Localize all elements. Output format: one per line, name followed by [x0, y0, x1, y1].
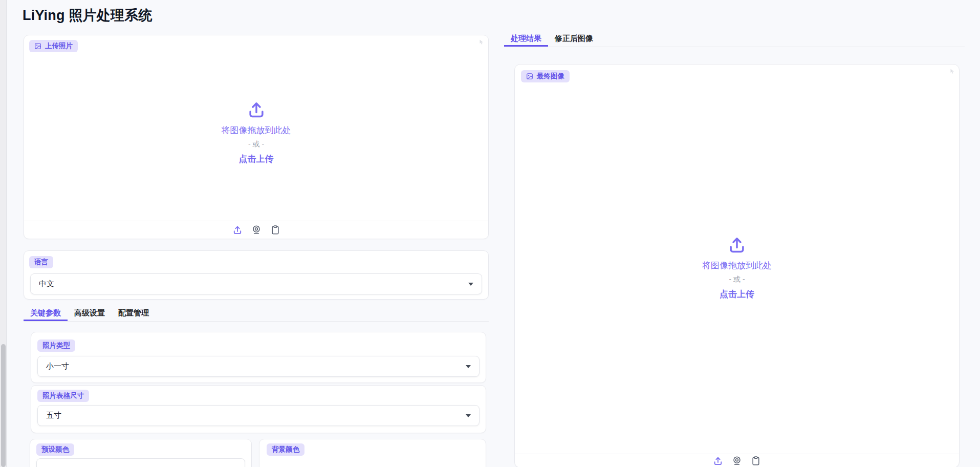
photo-type-card: 照片类型 小一寸: [31, 332, 486, 383]
upload-icon: [515, 235, 959, 257]
photo-type-value: 小一寸: [46, 362, 69, 371]
upload-dropzone[interactable]: 将图像拖放到此处 - 或 - 点击上传: [24, 100, 488, 165]
preset-color-label: 预设颜色: [41, 446, 69, 453]
language-label: 语言: [34, 259, 48, 266]
vertical-scrollbar[interactable]: [0, 0, 7, 467]
background-color-label: 背景颜色: [272, 446, 299, 453]
page-title: LiYing 照片处理系统: [23, 6, 153, 25]
photo-type-label-badge: 照片类型: [37, 339, 75, 352]
language-label-badge: 语言: [29, 256, 53, 268]
upload-icon: [232, 225, 243, 235]
image-source-toolbar: [24, 221, 488, 239]
click-to-upload-link[interactable]: 点击上传: [24, 153, 488, 165]
webcam-icon: [251, 225, 262, 235]
image-icon: [526, 73, 533, 80]
preset-color-input[interactable]: [36, 458, 245, 467]
webcam-source-button[interactable]: [732, 456, 742, 466]
language-value: 中文: [39, 279, 54, 289]
upload-source-button[interactable]: [232, 225, 243, 235]
final-image-label: 最终图像: [537, 73, 564, 80]
clipboard-source-button[interactable]: [751, 456, 761, 466]
or-text: - 或 -: [515, 275, 959, 284]
result-dropzone[interactable]: 将图像拖放到此处 - 或 - 点击上传: [515, 235, 959, 300]
clipboard-source-button[interactable]: [270, 225, 280, 235]
fullscreen-icon[interactable]: [949, 67, 955, 73]
tab-processing-result[interactable]: 处理结果: [504, 32, 548, 47]
tab-key-parameters[interactable]: 关键参数: [24, 306, 68, 321]
chevron-down-icon: [466, 414, 471, 417]
chevron-down-icon: [468, 283, 473, 286]
click-to-upload-link[interactable]: 点击上传: [515, 288, 959, 300]
upload-icon: [24, 100, 488, 121]
webcam-icon: [732, 456, 742, 466]
fullscreen-icon[interactable]: [478, 38, 485, 44]
tab-corrected-image[interactable]: 修正后图像: [548, 32, 600, 47]
chevron-down-icon: [466, 365, 471, 368]
final-image-label-badge: 最终图像: [521, 70, 570, 82]
background-color-card: 背景颜色: [259, 439, 486, 467]
clipboard-icon: [270, 225, 280, 235]
upload-photo-label: 上传照片: [45, 43, 73, 50]
image-source-toolbar: [515, 454, 959, 467]
result-tabs: 处理结果 修正后图像: [504, 32, 965, 47]
sheet-size-select[interactable]: 五寸: [37, 405, 480, 426]
settings-tabs: 关键参数 高级设置 配置管理: [24, 306, 489, 322]
image-icon: [34, 43, 41, 50]
sheet-size-value: 五寸: [46, 411, 61, 420]
app-window: LiYing 照片处理系统 上传照片 将图像拖放到此处 - 或 - 点击上传 语…: [0, 0, 980, 467]
upload-icon: [713, 456, 723, 466]
photo-type-label: 照片类型: [42, 342, 70, 349]
tab-advanced-settings[interactable]: 高级设置: [68, 306, 112, 321]
sheet-size-label: 照片表格尺寸: [42, 392, 84, 399]
clipboard-icon: [751, 456, 761, 466]
scrollbar-thumb[interactable]: [1, 344, 6, 467]
tab-config-management[interactable]: 配置管理: [112, 306, 156, 321]
photo-type-select[interactable]: 小一寸: [37, 356, 480, 377]
or-text: - 或 -: [24, 140, 488, 149]
drop-instruction-text: 将图像拖放到此处: [515, 260, 959, 271]
upload-source-button[interactable]: [713, 456, 723, 466]
drop-instruction-text: 将图像拖放到此处: [24, 124, 488, 136]
preset-color-label-badge: 预设颜色: [36, 443, 74, 456]
upload-photo-card: 上传照片 将图像拖放到此处 - 或 - 点击上传: [24, 35, 489, 239]
language-select[interactable]: 中文: [30, 273, 482, 294]
sheet-size-card: 照片表格尺寸 五寸: [31, 385, 486, 433]
upload-photo-label-badge: 上传照片: [29, 40, 78, 52]
sheet-size-label-badge: 照片表格尺寸: [37, 390, 89, 402]
language-card: 语言 中文: [24, 250, 489, 300]
final-image-card: 最终图像 将图像拖放到此处 - 或 - 点击上传: [514, 64, 960, 467]
preset-color-card: 预设颜色: [30, 439, 252, 467]
webcam-source-button[interactable]: [251, 225, 262, 235]
background-color-label-badge: 背景颜色: [267, 443, 304, 456]
